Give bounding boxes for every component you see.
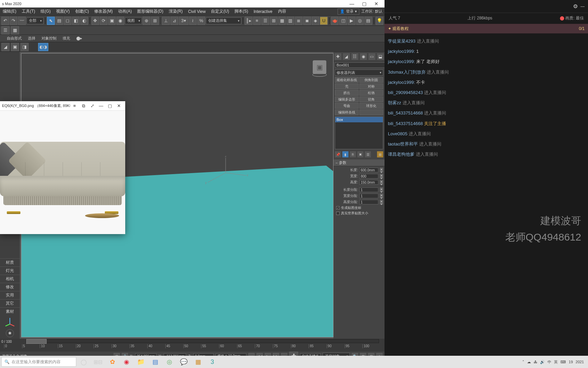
tray-vol-icon[interactable]: 🔊	[540, 360, 545, 364]
menu-edit[interactable]: 编辑(E)	[0, 7, 19, 15]
system-tray[interactable]: ˄ ☁ 🖧 🔊 中 英 ⌨ 19 2021	[520, 359, 587, 365]
select-button[interactable]: ⬉	[47, 17, 55, 25]
ribbon-toggle[interactable]: ⬤▸	[76, 36, 82, 41]
tray-up-icon[interactable]: ˄	[522, 360, 524, 364]
viewcube[interactable]: ▣	[313, 60, 326, 74]
taskbar-search[interactable]: 🔍 在这里输入你要搜索的内容	[1, 357, 76, 367]
move-button[interactable]: ✥	[92, 17, 99, 25]
login-button[interactable]: 👤 登录 ▾	[338, 9, 359, 15]
ime-lang-1[interactable]: 中	[548, 359, 551, 365]
height-spinner[interactable]: ▴▾	[380, 180, 383, 185]
menu-scripting[interactable]: 脚本(S)	[232, 7, 251, 15]
menu-tools[interactable]: 工具(T)	[19, 7, 38, 15]
curve-editor-button[interactable]: ▦	[278, 17, 286, 25]
gen-uvw-checkbox[interactable]: ✓	[336, 206, 340, 210]
left-cat-modify[interactable]: 修改	[0, 283, 20, 291]
minimize-button[interactable]: —	[346, 0, 358, 7]
mod-btn-bevel-profile[interactable]: 倒角剖面	[359, 77, 383, 83]
utilities-tab[interactable]: ⬓	[377, 53, 384, 60]
left-cat-other[interactable]: 其它	[0, 299, 20, 307]
left-cat-utility[interactable]: 实用	[0, 291, 20, 299]
show-end-result-button[interactable]: ▮	[342, 151, 348, 157]
left-panel-circle[interactable]: ✱	[6, 329, 14, 337]
windows-taskbar[interactable]: 🔍 在这里输入你要搜索的内容 ◯ ⊞⊟ ✿ ◉ 📁 ▤ ◎ 💬 ▦ 3 ˄ ☁ …	[0, 356, 588, 368]
render-setup-button[interactable]: 🫖	[331, 17, 339, 25]
maximize-button[interactable]: ▢	[358, 0, 370, 7]
object-name-input[interactable]	[335, 62, 385, 68]
tray-date[interactable]: 2021	[576, 360, 584, 364]
schem-view-button[interactable]: ⊞	[270, 17, 278, 25]
sub-btn-4[interactable]: ◐◑	[38, 43, 48, 51]
ref-coord-dropdown[interactable]: 视图	[125, 17, 142, 24]
spinner-snap-button[interactable]: ≀	[189, 17, 197, 25]
named-selection[interactable]: 创建选择集	[206, 17, 242, 24]
sub-btn-2[interactable]: ▣	[11, 43, 19, 51]
iv-minimize-button[interactable]: —	[97, 102, 105, 110]
menu-customize[interactable]: 自定义(U)	[208, 7, 232, 15]
modifier-stack[interactable]: Box	[335, 117, 383, 149]
remove-mod-button[interactable]: ✖	[357, 151, 363, 157]
timeline-ruler[interactable]: 0510152025303540455055606570758085909510…	[0, 344, 385, 352]
mirror-button[interactable]: ║▸	[245, 17, 252, 25]
chat-min-icon[interactable]: —	[581, 4, 585, 9]
menu-interactive[interactable]: Interactive	[251, 7, 275, 15]
gear-icon[interactable]: ⚙	[573, 3, 578, 10]
mod-btn-edit-poly[interactable]: 编辑多边形	[335, 96, 359, 102]
task-3dsmax[interactable]: 3	[206, 356, 219, 367]
length-spinner[interactable]: ▴▾	[380, 168, 383, 172]
task-app-7[interactable]: ▦	[191, 356, 205, 367]
stack-options-button[interactable]: ⊞	[377, 151, 383, 157]
pivot-button[interactable]: ⊕	[143, 17, 150, 25]
u-button[interactable]: U	[320, 17, 328, 25]
left-cat-assets[interactable]: 素材	[0, 307, 20, 316]
rect-select-button[interactable]: ◻	[64, 17, 71, 25]
mod-btn-spherify[interactable]: 球形化	[359, 103, 383, 109]
task-timeline-button[interactable]: ⊞⊟	[91, 356, 105, 367]
placement-button[interactable]: ◉	[116, 17, 124, 25]
mod-btn-relax[interactable]: 松弛	[359, 90, 383, 96]
render-frame-button[interactable]: ◫	[339, 17, 347, 25]
ribbon-object-paint[interactable]: 对象控制	[42, 36, 56, 41]
quick-render-button[interactable]: ◎	[356, 17, 364, 25]
lasso-button[interactable]: ◐	[80, 17, 88, 25]
dope-sheet-button[interactable]: ▥	[287, 17, 294, 25]
configure-sets-button[interactable]: ☰	[365, 151, 371, 157]
time-slider-thumb[interactable]	[26, 339, 47, 344]
left-cat-light[interactable]: 灯光	[0, 266, 20, 275]
sub-btn-3[interactable]: ◨	[20, 43, 29, 51]
bulb-button[interactable]: 💡	[376, 17, 383, 25]
length-input[interactable]	[359, 168, 378, 172]
make-unique-button[interactable]: ⎘	[350, 151, 356, 157]
tutorial-button[interactable]: ✦ 观看教程 0/1	[385, 24, 588, 33]
chat-messages[interactable]: 学徒菜菜4293 进入直播间jackyloo1999: 1jackyloo199…	[385, 34, 588, 368]
render-button[interactable]: ▶	[348, 17, 356, 25]
task-app-5[interactable]: ◎	[163, 356, 176, 367]
params-rollout-header[interactable]: − 参数	[333, 159, 385, 166]
task-view-button[interactable]: ◯	[77, 356, 91, 367]
iv-maximize-button[interactable]: ▢	[105, 102, 114, 110]
menu-modifiers[interactable]: 修改器(M)	[92, 7, 115, 15]
height-input[interactable]	[359, 180, 378, 185]
tray-cloud-icon[interactable]: ☁	[527, 360, 531, 364]
menu-views[interactable]: 视图(V)	[53, 7, 72, 15]
menu-animation[interactable]: 动画(A)	[115, 7, 134, 15]
display-tab[interactable]: ▭	[369, 53, 375, 60]
link-button[interactable]: 〰	[18, 17, 26, 25]
left-cat-camera[interactable]: 相机	[0, 275, 20, 283]
mod-btn-chamfer[interactable]: 切角	[359, 96, 383, 102]
real-world-checkbox[interactable]	[336, 212, 340, 215]
menu-rendering[interactable]: 渲染(R)	[166, 7, 185, 15]
close-button[interactable]: ✕	[370, 0, 382, 7]
task-app-4[interactable]: ▤	[148, 356, 162, 367]
lseg-spinner[interactable]: ▴▾	[380, 187, 383, 192]
ribbon-populate[interactable]: 填充	[63, 36, 70, 41]
wseg-spinner[interactable]: ▴▾	[380, 194, 383, 198]
snap-3-button[interactable]: 3▾	[179, 17, 189, 25]
menu-content[interactable]: 内容	[275, 7, 289, 15]
menu-graph-editors[interactable]: 图形编辑器(D)	[134, 7, 166, 15]
menu-group[interactable]: 组(G)	[38, 7, 53, 15]
redo-button[interactable]: ↷	[10, 17, 18, 25]
width-spinner[interactable]: ▴▾	[380, 174, 383, 179]
create-tab[interactable]: ✚	[334, 53, 341, 60]
mod-btn-empty[interactable]	[359, 109, 383, 115]
